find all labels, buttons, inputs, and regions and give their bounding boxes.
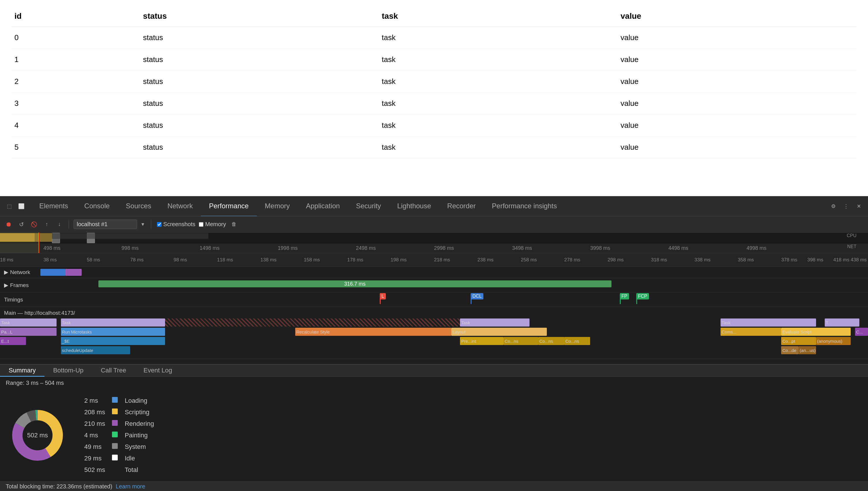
devtools-right-icons: ⚙ ⋮ ✕: [828, 201, 864, 211]
tab-application[interactable]: Application: [298, 196, 348, 216]
legend-color-cell: [109, 395, 121, 406]
task-bar-pre[interactable]: Pre...int: [460, 337, 503, 345]
timing-fp-label: FP: [620, 293, 629, 299]
blocking-bar: Total blocking time: 223.36ms (estimated…: [0, 482, 868, 491]
device-icon[interactable]: ⬜: [16, 201, 27, 211]
screenshots-checkbox[interactable]: [157, 222, 162, 227]
table-cell: task: [379, 71, 617, 93]
task-bar-microtasks[interactable]: Run Microtasks: [61, 328, 165, 336]
table-cell: task: [379, 137, 617, 158]
table-cell: status: [140, 115, 379, 137]
legend-ms: 49 ms: [81, 441, 109, 453]
task-bar-2[interactable]: Task: [61, 318, 165, 326]
tab-performance-insights[interactable]: Performance insights: [484, 196, 565, 216]
clear-btn[interactable]: 🚫: [29, 220, 39, 229]
frames-track-label[interactable]: ▶ Frames: [0, 282, 40, 288]
network-track: ▶ Network: [0, 266, 868, 278]
legend-color-cell: [109, 464, 121, 476]
frames-track: ▶ Frames 316.7 ms: [0, 278, 868, 292]
time-mark-3498: 3498 ms: [512, 245, 532, 251]
devtools-tabs: Elements Console Sources Network Perform…: [31, 196, 823, 216]
task-bar-et[interactable]: E...t: [0, 337, 26, 345]
network-expand-icon[interactable]: ▶: [4, 269, 8, 276]
upload-btn[interactable]: ↑: [42, 220, 51, 229]
tab-call-tree[interactable]: Call Tree: [92, 365, 135, 377]
memory-checkbox[interactable]: [199, 222, 203, 227]
task-bar-recalc[interactable]: Recalculate Style: [295, 328, 451, 336]
table-row: 0statustaskvalue: [11, 27, 857, 49]
legend-label: Idle: [121, 453, 157, 464]
close-icon[interactable]: ✕: [853, 201, 864, 211]
task-bar-4[interactable]: Task: [721, 318, 816, 326]
task-bar-co1[interactable]: Co...ns: [503, 337, 538, 345]
reload-btn[interactable]: ↺: [17, 220, 26, 229]
task-bar-anon[interactable]: (anonymous): [816, 337, 851, 345]
download-btn[interactable]: ↓: [55, 220, 64, 229]
tab-memory[interactable]: Memory: [257, 196, 298, 216]
tab-performance[interactable]: Performance: [201, 196, 257, 216]
time-mark-4498: 4498 ms: [668, 245, 688, 251]
time-mark-2998: 2998 ms: [434, 245, 454, 251]
tab-bottom-up[interactable]: Bottom-Up: [45, 365, 92, 377]
inspect-icon[interactable]: ⬚: [4, 201, 15, 211]
frames-expand-icon[interactable]: ▶: [4, 282, 8, 288]
task-bar-code[interactable]: Co...de: [781, 346, 799, 354]
task-bar-se[interactable]: _$E: [61, 337, 165, 345]
legend-label: Total: [121, 464, 157, 476]
table-cell: status: [140, 71, 379, 93]
tab-summary[interactable]: Summary: [0, 365, 45, 377]
tab-recorder[interactable]: Recorder: [439, 196, 484, 216]
url-arrow[interactable]: ▼: [141, 222, 145, 227]
trash-btn[interactable]: 🗑: [229, 220, 239, 229]
frames-bar: 316.7 ms: [98, 281, 611, 287]
table-cell: status: [140, 49, 379, 71]
legend-color-box: [112, 443, 118, 449]
tab-security[interactable]: Security: [348, 196, 389, 216]
tab-lighthouse[interactable]: Lighthouse: [389, 196, 439, 216]
task-bar-coms[interactable]: Coms...: [721, 328, 781, 336]
task-bar-1[interactable]: Task: [0, 318, 57, 326]
col-header-value: value: [618, 6, 857, 27]
settings-icon[interactable]: ⚙: [828, 201, 839, 211]
legend-row: 29 msIdle: [81, 453, 157, 464]
legend-color-cell: [109, 418, 121, 430]
zoom-mark-378: 378 ms: [781, 257, 797, 263]
screenshots-checkbox-label[interactable]: Screenshots: [157, 221, 195, 228]
task-bar-c[interactable]: C...: [855, 328, 868, 336]
table-cell: task: [379, 115, 617, 137]
tracks-area: ▶ Network ▶ Frames 316.7 ms: [0, 266, 868, 364]
main-track-label[interactable]: Main — http://localhost:4173/: [4, 310, 75, 316]
table-cell: 4: [11, 115, 140, 137]
legend-color-box: [112, 408, 118, 414]
zoom-mark-58: 58 ms: [87, 257, 100, 263]
record-btn[interactable]: ⏺: [4, 220, 13, 229]
more-icon[interactable]: ⋮: [841, 201, 851, 211]
tab-event-log[interactable]: Event Log: [135, 365, 181, 377]
url-input[interactable]: [74, 220, 137, 229]
task-bar-schedule[interactable]: scheduleUpdate: [61, 346, 131, 354]
table-cell: 2: [11, 71, 140, 93]
task-bar-copt[interactable]: Co...pt: [781, 337, 816, 345]
learn-more-link[interactable]: Learn more: [116, 483, 145, 490]
legend-label: Painting: [121, 430, 157, 441]
task-bar-5[interactable]: T...: [825, 318, 859, 326]
task-bar-layout[interactable]: Layout: [451, 328, 547, 336]
task-bar-eval[interactable]: Evaluate Script: [781, 328, 851, 336]
tab-console[interactable]: Console: [76, 196, 118, 216]
task-bar-co2[interactable]: Co...ns: [538, 337, 564, 345]
task-bar-anus[interactable]: (an...us): [799, 346, 816, 354]
zoom-mark-398: 398 ms: [807, 257, 823, 263]
network-track-label[interactable]: ▶ Network: [0, 269, 40, 276]
memory-checkbox-label[interactable]: Memory: [199, 221, 226, 228]
tab-sources[interactable]: Sources: [118, 196, 159, 216]
task-bar-co3[interactable]: Co...ns: [564, 337, 590, 345]
table-cell: 0: [11, 27, 140, 49]
task-bar-3[interactable]: Task: [460, 318, 529, 326]
zoom-mark-98: 98 ms: [174, 257, 187, 263]
tab-elements[interactable]: Elements: [31, 196, 76, 216]
task-bar-pa[interactable]: Pa...L: [0, 328, 57, 336]
donut-chart: 502 ms: [11, 409, 63, 461]
tab-network[interactable]: Network: [159, 196, 201, 216]
legend-row: 210 msRendering: [81, 418, 157, 430]
legend-label: Loading: [121, 395, 157, 406]
